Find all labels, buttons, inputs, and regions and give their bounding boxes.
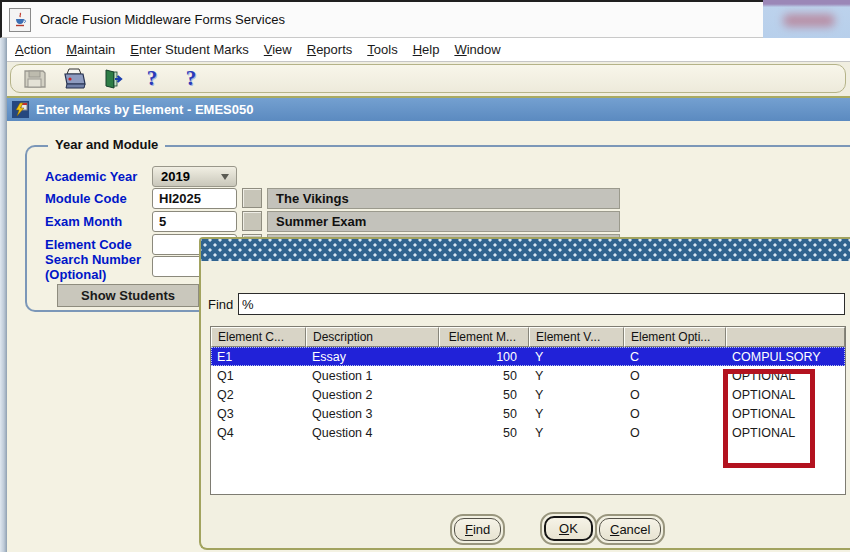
cell-element-code: Q3 — [211, 404, 306, 423]
cell-element-optional: O — [624, 404, 726, 423]
cancel-button[interactable]: Cancel — [599, 518, 661, 541]
java-icon — [9, 8, 31, 32]
cell-type: COMPULSORY — [726, 347, 845, 366]
menu-enter-student-marks[interactable]: Enter Student Marks — [130, 42, 249, 57]
window-left-border — [0, 38, 7, 552]
element-code-label: Element Code — [45, 237, 132, 252]
search-number-optional-label: (Optional) — [45, 267, 106, 282]
menu-maintain[interactable]: Maintain — [66, 42, 115, 57]
cell-element-marks: 100 — [439, 347, 529, 366]
exam-month-label: Exam Month — [45, 214, 122, 229]
search-number-label: Search Number — [45, 252, 141, 267]
column-header-element-code[interactable]: Element C... — [211, 327, 306, 347]
app-titlebar: Oracle Fusion Middleware Forms Services — [0, 0, 763, 38]
exit-icon — [102, 68, 124, 90]
menubar: Action Maintain Enter Student Marks View… — [7, 38, 850, 62]
academic-year-value: 2019 — [161, 169, 190, 184]
column-header-element-marks[interactable]: Element M... — [439, 327, 529, 347]
column-header-blank[interactable] — [726, 327, 845, 347]
column-header-element-valid[interactable]: Element V... — [529, 327, 624, 347]
form-window-icon — [12, 101, 29, 118]
lov-table-header: Element C... Description Element M... El… — [211, 327, 845, 347]
app-title: Oracle Fusion Middleware Forms Services — [40, 12, 285, 27]
lov-dialog-titlebar[interactable] — [201, 239, 850, 261]
menu-tools[interactable]: Tools — [367, 42, 397, 57]
cell-description: Essay — [306, 347, 439, 366]
cell-element-valid: Y — [529, 366, 624, 385]
chevron-down-icon — [221, 174, 229, 180]
cell-element-valid: Y — [529, 423, 624, 442]
cell-description: Question 4 — [306, 423, 439, 442]
column-header-element-optional[interactable]: Element Opti... — [624, 327, 726, 347]
cell-element-valid: Y — [529, 347, 624, 366]
column-header-description[interactable]: Description — [306, 327, 439, 347]
academic-year-dropdown[interactable]: 2019 — [152, 166, 237, 187]
cell-description: Question 3 — [306, 404, 439, 423]
menu-view[interactable]: View — [264, 42, 292, 57]
print-button[interactable] — [60, 67, 88, 91]
find-input[interactable] — [238, 293, 845, 315]
cell-element-marks: 50 — [439, 366, 529, 385]
ok-button-ring: OK — [540, 512, 597, 545]
help-icon: ? — [147, 68, 158, 89]
module-description-field: The Vikings — [267, 188, 620, 209]
help-button-2[interactable]: ? — [177, 67, 205, 91]
ok-button[interactable]: OK — [544, 516, 593, 541]
find-label: Find — [208, 297, 233, 312]
save-icon — [23, 68, 47, 89]
exam-description-field: Summer Exam — [267, 211, 620, 232]
cell-element-code: E1 — [211, 347, 306, 366]
cell-element-marks: 50 — [439, 385, 529, 404]
show-students-button[interactable]: Show Students — [57, 284, 199, 307]
cell-element-optional: O — [624, 423, 726, 442]
cell-description: Question 2 — [306, 385, 439, 404]
print-icon — [62, 68, 87, 90]
find-button[interactable]: Find — [454, 518, 501, 541]
help-button[interactable]: ? — [138, 67, 166, 91]
toolbar-well: ? ? — [10, 64, 846, 93]
cancel-button-ring: Cancel — [595, 514, 665, 545]
cell-description: Question 1 — [306, 366, 439, 385]
cell-element-valid: Y — [529, 404, 624, 423]
academic-year-label: Academic Year — [45, 169, 137, 184]
exam-month-input[interactable] — [152, 211, 237, 232]
form-window-titlebar: Enter Marks by Element - EMES050 — [7, 98, 850, 121]
highlight-annotation-box — [723, 369, 815, 468]
table-row[interactable]: E1 Essay 100 Y C COMPULSORY — [211, 347, 845, 366]
cell-element-code: Q2 — [211, 385, 306, 404]
cell-element-marks: 50 — [439, 404, 529, 423]
cell-element-marks: 50 — [439, 423, 529, 442]
exam-month-lov-button[interactable] — [242, 211, 262, 231]
module-code-input[interactable] — [152, 188, 237, 209]
cell-element-optional: O — [624, 385, 726, 404]
exit-button[interactable] — [99, 67, 127, 91]
cell-element-optional: O — [624, 366, 726, 385]
module-code-label: Module Code — [45, 191, 127, 206]
cell-element-optional: C — [624, 347, 726, 366]
form-window-title: Enter Marks by Element - EMES050 — [36, 102, 253, 117]
menu-window[interactable]: Window — [454, 42, 500, 57]
background-window-fragment — [763, 0, 850, 40]
cell-element-code: Q1 — [211, 366, 306, 385]
year-module-group-title: Year and Module — [48, 137, 165, 152]
lov-dialog: Find Element C... Description Element M.… — [199, 237, 850, 550]
toolbar: ? ? — [7, 62, 850, 96]
menu-action[interactable]: Action — [15, 42, 51, 57]
blurred-text-fragment — [783, 14, 835, 27]
help-icon: ? — [186, 68, 197, 89]
menu-help[interactable]: Help — [413, 42, 440, 57]
cell-element-code: Q4 — [211, 423, 306, 442]
menu-reports[interactable]: Reports — [307, 42, 353, 57]
find-button-ring: Find — [450, 514, 505, 545]
application-window: Oracle Fusion Middleware Forms Services … — [0, 0, 850, 552]
module-code-lov-button[interactable] — [242, 188, 262, 208]
save-button[interactable] — [21, 67, 49, 91]
cell-element-valid: Y — [529, 385, 624, 404]
